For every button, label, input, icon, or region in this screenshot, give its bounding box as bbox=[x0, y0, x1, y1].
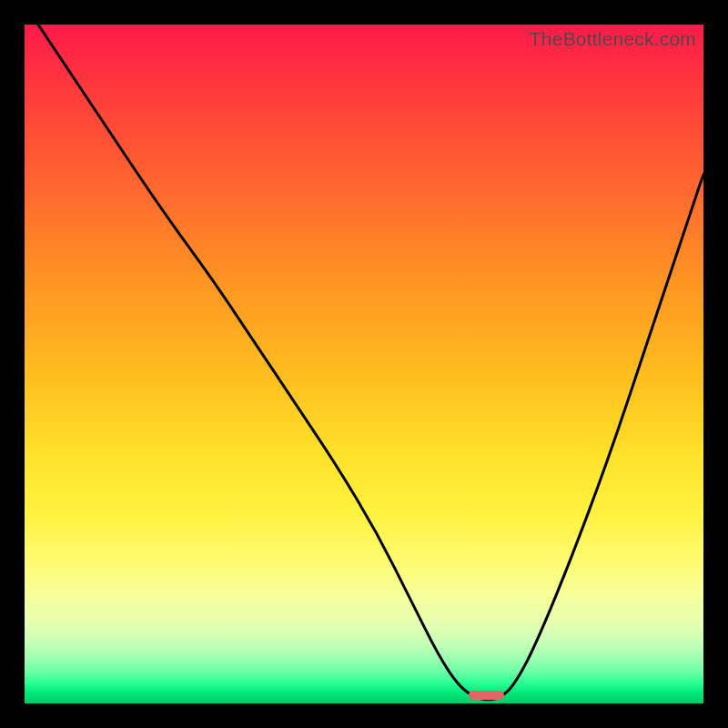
bottleneck-curve bbox=[25, 25, 703, 703]
optimum-marker bbox=[469, 691, 504, 700]
plot-area: TheBottleneck.com bbox=[25, 25, 703, 703]
